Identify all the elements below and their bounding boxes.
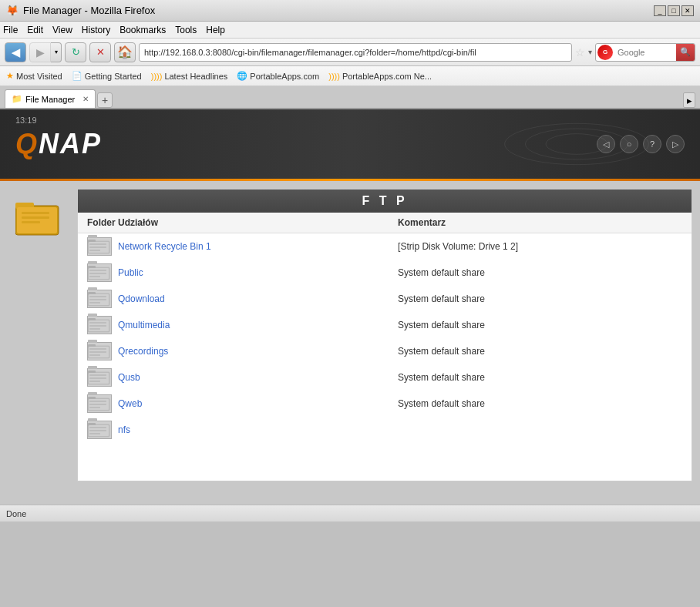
svg-rect-18 xyxy=(89,270,106,271)
tab-icon: 📁 xyxy=(12,94,22,104)
svg-rect-50 xyxy=(89,407,100,408)
svg-rect-43 xyxy=(89,377,106,379)
folder-thumbnail xyxy=(87,342,112,361)
svg-rect-54 xyxy=(89,427,106,428)
folder-link[interactable]: Qmultimedia xyxy=(118,320,170,330)
browser-toolbar: ◀ ▶ ▾ ↻ ✕ 🏠 ☆ ▾ G 🔍 xyxy=(0,39,700,66)
comment-cell: System default share xyxy=(389,260,692,286)
tab-file-manager[interactable]: 📁 File Manager ✕ xyxy=(5,89,96,108)
folder-cell: Qdownload xyxy=(87,290,379,308)
folder-thumbnail xyxy=(87,394,112,413)
table-row: Qdownload System default share xyxy=(78,286,692,312)
svg-rect-7 xyxy=(22,216,49,219)
table-row: Public System default share xyxy=(78,260,692,286)
svg-rect-36 xyxy=(89,348,106,350)
folder-thumb-icon xyxy=(88,317,111,334)
folder-thumbnail xyxy=(87,237,112,256)
menu-file[interactable]: File xyxy=(3,25,18,35)
svg-rect-25 xyxy=(89,299,106,300)
close-button[interactable]: ✕ xyxy=(681,5,694,16)
browser-title-text: File Manager - Mozilla Firefox xyxy=(23,5,155,16)
ftp-container: F T P Folder Udziałów Komentarz xyxy=(0,181,700,489)
menu-edit[interactable]: Edit xyxy=(27,25,43,35)
svg-rect-8 xyxy=(22,221,40,223)
refresh-button[interactable]: ↻ xyxy=(65,42,86,62)
svg-rect-13 xyxy=(89,246,106,248)
comment-cell xyxy=(389,417,692,443)
search-input[interactable] xyxy=(614,46,676,59)
ftp-main-panel: F T P Folder Udziałów Komentarz xyxy=(77,189,692,481)
menu-help[interactable]: Help xyxy=(206,25,225,35)
menu-history[interactable]: History xyxy=(82,25,110,35)
folder-link[interactable]: Qdownload xyxy=(118,293,165,304)
svg-rect-56 xyxy=(89,433,100,434)
svg-rect-30 xyxy=(89,322,106,324)
svg-rect-44 xyxy=(89,381,100,382)
folder-thumb-icon xyxy=(88,369,111,386)
svg-rect-48 xyxy=(89,401,106,402)
bookmark-latest-headlines[interactable]: )))) Latest Headlines xyxy=(148,71,231,82)
forward-dropdown[interactable]: ▾ xyxy=(51,42,62,62)
ftp-title: F T P xyxy=(78,189,692,213)
bookmark-portableapps[interactable]: 🌐 PortableApps.com xyxy=(234,70,322,82)
menu-bookmarks[interactable]: Bookmarks xyxy=(119,25,166,35)
folder-thumb-icon xyxy=(88,343,111,360)
back-button[interactable]: ◀ xyxy=(5,42,26,62)
menu-view[interactable]: View xyxy=(52,25,72,35)
svg-rect-19 xyxy=(89,273,106,274)
tab-close-icon[interactable]: ✕ xyxy=(82,95,89,103)
tab-scroll-right[interactable]: ▸ xyxy=(683,92,695,108)
status-text: Done xyxy=(6,509,26,518)
folder-link[interactable]: Network Recycle Bin 1 xyxy=(118,241,211,252)
comment-cell: System default share xyxy=(389,286,692,312)
folder-cell: Qusb xyxy=(87,368,379,387)
maximize-button[interactable]: □ xyxy=(668,5,680,16)
new-tab-button[interactable]: + xyxy=(97,92,113,108)
header-help-icon[interactable]: ? xyxy=(643,135,661,153)
browser-title-icon: 🦊 xyxy=(6,5,19,16)
comment-cell: System default share xyxy=(389,391,692,417)
bookmark-getting-started[interactable]: 📄 Getting Started xyxy=(69,70,145,82)
window-controls: _ □ ✕ xyxy=(654,5,694,16)
bookmark-most-visited[interactable]: ★ Most Visited xyxy=(3,70,66,82)
table-row: Network Recycle Bin 1 [Strip Disk Volume… xyxy=(78,233,692,260)
page-icon: 📄 xyxy=(72,71,82,81)
bookmark-portableapps-ne[interactable]: )))) PortableApps.com Ne... xyxy=(325,71,435,82)
folder-thumb-icon xyxy=(88,238,111,255)
minimize-button[interactable]: _ xyxy=(654,5,666,16)
folder-thumb-icon xyxy=(88,421,111,438)
folder-link[interactable]: Qusb xyxy=(118,372,140,383)
menu-tools[interactable]: Tools xyxy=(175,25,197,35)
svg-rect-38 xyxy=(89,354,100,356)
folder-thumb-icon xyxy=(88,395,111,412)
bookmark-star-icon[interactable]: ☆ xyxy=(575,46,585,59)
folder-icon-svg xyxy=(15,196,62,239)
folder-link[interactable]: Public xyxy=(118,267,143,278)
time-display: 13:19 xyxy=(15,116,37,125)
folder-cell: Qweb xyxy=(87,394,379,413)
search-area: G 🔍 xyxy=(595,43,695,62)
svg-rect-37 xyxy=(89,351,106,353)
table-row: Qmultimedia System default share xyxy=(78,312,692,338)
svg-rect-49 xyxy=(89,404,106,405)
folder-link[interactable]: Qweb xyxy=(118,398,142,409)
header-back-icon[interactable]: ◁ xyxy=(597,135,615,153)
url-bar[interactable] xyxy=(139,43,572,62)
folder-link[interactable]: nfs xyxy=(118,424,130,435)
folder-link[interactable]: Qrecordings xyxy=(118,346,168,357)
table-row: Qrecordings System default share xyxy=(78,338,692,364)
ftp-sidebar xyxy=(8,189,69,481)
folder-cell: nfs xyxy=(87,421,379,439)
folder-thumbnail xyxy=(87,263,112,282)
stop-button[interactable]: ✕ xyxy=(89,42,111,62)
header-forward-icon[interactable]: ▷ xyxy=(666,135,685,153)
svg-rect-12 xyxy=(89,243,106,245)
home-button[interactable]: 🏠 xyxy=(114,42,136,62)
folder-thumbnail xyxy=(87,421,112,439)
qnap-header: 13:19 QNAP ◁ ○ ? ▷ xyxy=(0,109,700,179)
comment-cell: System default share xyxy=(389,312,692,338)
header-home-icon[interactable]: ○ xyxy=(620,135,638,153)
search-button[interactable]: 🔍 xyxy=(676,44,695,61)
bookmarks-bar: ★ Most Visited 📄 Getting Started )))) La… xyxy=(0,66,700,86)
forward-button[interactable]: ▶ xyxy=(29,42,51,62)
